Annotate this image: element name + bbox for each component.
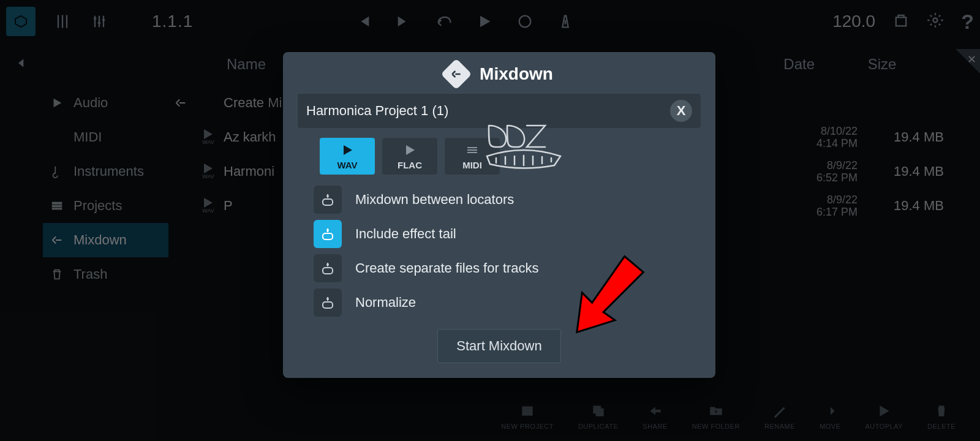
format-selector: WAV FLAC MIDI [298, 138, 701, 175]
format-flac-button[interactable]: FLAC [382, 138, 437, 175]
clear-name-button[interactable]: X [670, 100, 692, 122]
svg-point-16 [327, 298, 328, 300]
svg-point-14 [327, 230, 328, 231]
mixdown-dialog: Mixdown Harmonica Project 1 (1) X WAV FL… [283, 52, 715, 378]
svg-marker-12 [406, 145, 415, 155]
svg-point-13 [327, 195, 328, 197]
option-label: Mixdown between locators [355, 192, 514, 208]
start-mixdown-button[interactable]: Start Mixdown [437, 329, 560, 363]
format-label: WAV [337, 160, 357, 170]
format-wav-button[interactable]: WAV [320, 138, 375, 175]
svg-point-15 [327, 264, 328, 265]
toggle-effect-tail[interactable] [314, 220, 342, 248]
svg-marker-11 [344, 145, 352, 155]
format-midi-button[interactable]: MIDI [445, 138, 500, 175]
option-label: Normalize [355, 295, 416, 311]
option-label: Create separate files for tracks [355, 260, 539, 276]
dialog-title: Mixdown [480, 64, 553, 84]
toggle-normalize[interactable] [314, 288, 342, 317]
format-label: FLAC [398, 160, 422, 170]
mixdown-icon [441, 59, 472, 90]
filename-input[interactable]: Harmonica Project 1 (1) [306, 103, 670, 119]
format-label: MIDI [462, 160, 482, 170]
toggle-separate-files[interactable] [314, 254, 342, 282]
toggle-between-locators[interactable] [314, 186, 342, 214]
option-label: Include effect tail [355, 226, 456, 242]
